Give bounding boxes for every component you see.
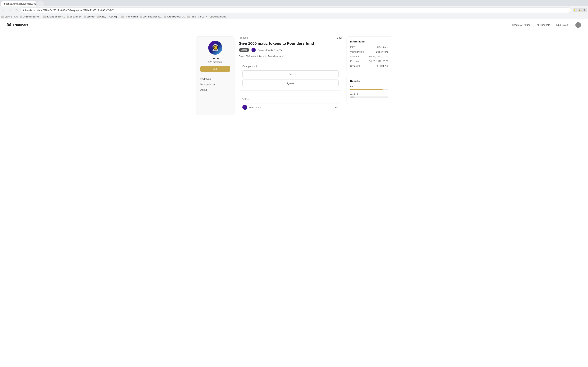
bookmark-favicon-2: [43, 16, 46, 18]
for-progress-bar-bg: [350, 89, 388, 90]
info-label-end-date: End date: [350, 60, 359, 63]
proposal-description: Give 1000 matic tokens to Founders fund: [239, 55, 342, 58]
bookmark-0[interactable]: Learn to Hack: [1, 16, 18, 18]
back-nav-button[interactable]: ←: [1, 8, 6, 13]
info-label-ipfs: IPFS: [350, 46, 355, 48]
page: 🏛 Tribunals Create A Tribunal All Tribun…: [0, 19, 588, 367]
voter-address: 0xe7...aF0c: [249, 106, 333, 109]
bookmark-3[interactable]: git summary: [67, 16, 81, 18]
bookmark-label-3: git summary: [70, 16, 81, 18]
toolbar-icons: ⭐ 🔒 ⚙: [573, 8, 587, 12]
logo-icon: 🏛: [7, 23, 11, 27]
wallet-address: 0xb9...2a6e: [556, 24, 568, 26]
bookmark-7[interactable]: 200+ Best Free To...: [140, 16, 162, 18]
dao-members: 12K members: [208, 61, 222, 63]
forward-nav-button[interactable]: →: [8, 8, 13, 13]
vote-against-button[interactable]: Against: [242, 80, 339, 87]
dao-avatar: 👨‍🚀: [208, 41, 222, 55]
bookmark-label-7: 200+ Best Free To...: [143, 16, 162, 18]
votes-card: Votes 0xe7...aF0c For: [239, 94, 342, 115]
browser-chrome: tribunals.vercel.app/62bbb6a22315... + ←…: [0, 0, 588, 19]
info-row-ipfs: IPFS #Qme6unq: [350, 46, 388, 48]
extension-icon-1[interactable]: ⭐: [573, 8, 577, 12]
create-tribunal-link[interactable]: Create A Tribunal: [512, 24, 531, 26]
more-bookmarks-label: »: [206, 16, 208, 18]
other-bookmarks-label: Other Bookmarks: [209, 16, 226, 18]
bookmark-label-2: Building forms usi...: [46, 16, 65, 18]
information-card: Information IPFS #Qme6unq Voting system …: [346, 36, 392, 73]
all-tribunals-link[interactable]: All Tribunals: [537, 24, 550, 26]
browser-toolbar: ← → ↻ tribunals.vercel.app/62bbb6a22315c…: [0, 6, 588, 14]
bookmark-1[interactable]: Contribute to som...: [20, 16, 41, 18]
bookmark-5[interactable]: Clippy — CSS clip...: [97, 16, 119, 18]
main-content: 👨‍🚀 demo 12K members Join Proposals New …: [189, 31, 399, 120]
votes-title: Votes: [242, 98, 339, 100]
proposal-meta: Closed Proposal by 0xe7...aF0c: [239, 48, 342, 52]
info-label-snapshot: Snapshot: [350, 65, 360, 67]
proposer-text: Proposal by 0xe7...aF0c: [258, 49, 282, 51]
result-for-label: For: [350, 85, 388, 88]
dao-avatar-emoji: 👨‍🚀: [211, 44, 219, 51]
vote-card-title: Cast your vote: [242, 65, 339, 68]
for-progress-bar-fill: [350, 89, 382, 90]
active-tab[interactable]: tribunals.vercel.app/62bbb6a22315...: [1, 1, 36, 6]
bookmark-6[interactable]: Free Frontend: [121, 16, 138, 18]
vote-for-button[interactable]: For: [242, 70, 339, 78]
site-header: 🏛 Tribunals Create A Tribunal All Tribun…: [0, 19, 588, 31]
url-text: tribunals.vercel.app/62bbb6a22315ce863ce…: [23, 9, 113, 12]
info-row-voting-system: Voting system Basic voting: [350, 50, 388, 53]
bookmark-favicon-8: [164, 16, 166, 18]
bookmark-9[interactable]: Home - Canva: [187, 16, 204, 18]
extension-icon-3[interactable]: ⚙: [582, 8, 587, 12]
info-panel: Information IPFS #Qme6unq Voting system …: [346, 36, 392, 115]
dao-name: demo: [212, 57, 219, 60]
reload-button[interactable]: ↻: [14, 8, 19, 13]
bookmark-label-8: Appmaker.xyz: Cr...: [167, 16, 185, 18]
info-row-end-date: End date Jul 20, 2022, 00:00: [350, 60, 388, 63]
bookmark-label-1: Contribute to som...: [23, 16, 41, 18]
address-bar[interactable]: tribunals.vercel.app/62bbb6a22315ce863ce…: [20, 8, 571, 13]
more-bookmarks[interactable]: »: [206, 16, 208, 18]
bookmark-favicon-1: [20, 16, 22, 18]
other-bookmarks[interactable]: Other Bookmarks: [209, 16, 226, 18]
extension-icon-2[interactable]: 🔒: [578, 8, 582, 12]
vote-card: Cast your vote For Against: [239, 61, 342, 91]
info-value-start-date: Jun 29, 2022, 00:00: [368, 55, 388, 58]
info-value-snapshot: 14,394,206: [377, 65, 388, 67]
logo[interactable]: 🏛 Tribunals: [7, 23, 28, 27]
bookmark-label-0: Learn to Hack: [5, 16, 18, 18]
sidebar-item-new-proposal[interactable]: New proposal: [200, 82, 230, 87]
sidebar-nav: Proposals New proposal About: [200, 76, 230, 93]
sidebar-item-proposals[interactable]: Proposals: [200, 76, 230, 82]
bookmark-2[interactable]: Building forms usi...: [43, 16, 65, 18]
bookmarks-bar: Learn to Hack Contribute to som... Build…: [0, 14, 588, 19]
bookmark-4[interactable]: Squoosh: [84, 16, 95, 18]
info-value-end-date: Jul 20, 2022, 00:00: [369, 60, 388, 63]
information-card-title: Information: [350, 40, 388, 43]
voter-avatar: [242, 105, 247, 110]
sidebar-item-about[interactable]: About: [200, 87, 230, 93]
result-against-label: Against: [350, 93, 388, 95]
proposal-label: Proposal: [239, 36, 248, 39]
voter-choice: For: [335, 106, 339, 109]
bookmark-8[interactable]: Appmaker.xyz: Cr...: [164, 16, 185, 18]
status-badge: Closed: [239, 48, 249, 52]
bookmark-favicon-3: [67, 16, 69, 18]
sidebar: 👨‍🚀 demo 12K members Join Proposals New …: [196, 36, 234, 115]
table-row: 0xe7...aF0c For: [242, 103, 339, 111]
bookmark-favicon-6: [121, 16, 124, 18]
join-button[interactable]: Join: [200, 66, 230, 72]
info-label-start-date: Start date: [350, 55, 360, 58]
bookmark-label-6: Free Frontend: [124, 16, 138, 18]
bookmark-favicon-4: [84, 16, 86, 18]
proposal-header: Proposal ← Back: [239, 36, 342, 40]
bookmark-label-9: Home - Canva: [190, 16, 204, 18]
bookmark-favicon-7: [140, 16, 142, 18]
new-tab-button[interactable]: +: [37, 1, 43, 6]
proposer-avatar: [251, 48, 256, 52]
info-row-start-date: Start date Jun 29, 2022, 00:00: [350, 55, 388, 58]
main-nav: Create A Tribunal All Tribunals 0xb9...2…: [512, 22, 581, 28]
back-link[interactable]: ← Back: [334, 36, 342, 39]
against-progress-bar-bg: [350, 96, 388, 98]
user-avatar[interactable]: [575, 22, 581, 28]
